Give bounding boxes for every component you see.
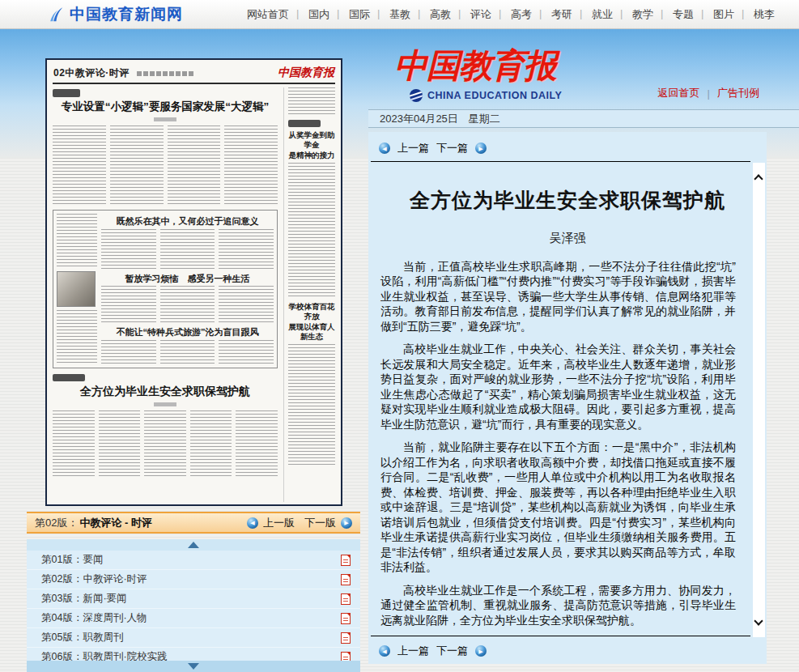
article-paragraph: 高校毕业生就业工作是一个系统工程，需要多方用力、协同发力，通过健全监管机制、重视… [380, 583, 736, 628]
fake-text-column [190, 410, 232, 478]
edition-item-number: 第04版： [41, 611, 83, 625]
edition-list-item[interactable]: 第01版： 要闻 [27, 551, 360, 570]
scroll-up-chevron-icon[interactable] [754, 174, 763, 183]
edition-name: 中教评论 - 时评 [79, 516, 152, 530]
fake-text-block [53, 125, 278, 205]
edition-item-name: 深度周刊·人物 [83, 611, 147, 625]
edition-list-item[interactable]: 第05版： 职教周刊 [27, 628, 360, 648]
newspaper-side-headline: 从奖学金到助学金 是精神的接力 [288, 130, 335, 160]
top-nav-item[interactable]: 高教 [420, 7, 461, 22]
pdf-icon[interactable] [341, 613, 351, 624]
next-page-link[interactable]: 下一版 [304, 516, 336, 530]
edition-list-panel: 第01版： 要闻 第02版： 中教评论·时评 第03版： 新闻·要闻 [27, 539, 360, 672]
edition-list-item[interactable]: 第02版： 中教评论·时评 [27, 570, 360, 589]
globe-icon [410, 89, 423, 102]
pdf-icon[interactable] [341, 593, 351, 605]
prev-article-orb-icon[interactable]: ◀ [379, 645, 390, 657]
newspaper-main-headline: 专业设置“小逻辑”要服务国家发展“大逻辑” [53, 100, 278, 114]
article-paragraph: 高校毕业生就业工作，中央关心、社会关注、群众关切，事关社会长远发展和大局安全稳定… [380, 342, 736, 432]
top-nav-item[interactable]: 高考 [501, 7, 542, 22]
top-nav-item[interactable]: 图片 [703, 7, 744, 22]
article-paragraph: 当前，正值高校毕业生求职高峰期，一些不法分子往往借此挖“坑”设陷，利用“高薪低门… [380, 259, 736, 334]
top-nav-item[interactable]: 国内 [299, 7, 339, 22]
divider [371, 161, 750, 162]
edition-item-name: 中教评论·时评 [83, 572, 147, 586]
next-article-link[interactable]: 下一篇 [436, 141, 468, 155]
fake-text-column [160, 286, 215, 325]
top-nav-item[interactable]: 教学 [623, 7, 663, 22]
scroll-down-chevron-icon[interactable] [754, 616, 763, 625]
edition-item-number: 第03版： [41, 592, 83, 606]
top-nav-item[interactable]: 考研 [542, 7, 582, 22]
edition-item-name: 新闻·要闻 [83, 592, 126, 606]
article-scrollbar[interactable] [753, 163, 765, 637]
fake-text-column [144, 410, 186, 478]
fake-text-column [288, 163, 335, 299]
edition-list-item[interactable]: 第04版： 深度周刊·人物 [27, 609, 360, 628]
pdf-icon[interactable] [341, 555, 351, 566]
newspaper-box-left-column [57, 214, 97, 364]
fake-text-column [224, 125, 278, 205]
prev-article-link[interactable]: 上一篇 [397, 644, 429, 658]
top-nav-item[interactable]: 基教 [380, 7, 420, 22]
next-article-link[interactable]: 下一篇 [436, 644, 468, 658]
edition-list-rows: 第01版： 要闻 第02版： 中教评论·时评 第03版： 新闻·要闻 [27, 551, 360, 672]
edition-item-number: 第02版： [41, 572, 83, 586]
top-nav-item[interactable]: 桃李 [744, 7, 784, 22]
pdf-icon[interactable] [341, 632, 351, 644]
fake-text-block [53, 410, 278, 478]
edition-list-scroll-down[interactable] [27, 661, 360, 672]
section-badge [53, 89, 80, 97]
edition-item-name: 要闻 [83, 553, 103, 567]
top-nav-item[interactable]: 就业 [582, 7, 623, 22]
newspaper-page-image[interactable]: 02中教评论·时评 中国教育报 专业设置“小逻辑”要服务国家发展“大逻辑” [45, 58, 342, 506]
newspaper-sub-headline: 不能让“特种兵式旅游”沦为盲目跟风 [101, 327, 274, 338]
separator: | [708, 87, 710, 100]
edition-bar: 第02版： 中教评论 - 时评 ◀ 上一版 下一版 ▶ [27, 512, 360, 534]
newspaper-box-right-column: 既然乐在其中，又何必过于追问意义 暂放学习烦恼 感受另一种生活 不能 [101, 214, 274, 364]
prev-article-orb-icon[interactable]: ◀ [379, 142, 390, 154]
fake-text-column [160, 229, 215, 271]
ad-rates-link[interactable]: 广告刊例 [717, 86, 759, 100]
pdf-icon[interactable] [341, 574, 351, 585]
newspaper-edition-header: 02中教评论·时评 [53, 67, 130, 79]
masthead-links: 返回首页 | 广告刊例 [658, 86, 759, 100]
top-nav-item[interactable]: 评论 [461, 7, 501, 22]
fake-text-column [53, 125, 106, 205]
next-article-orb-icon[interactable]: ▶ [475, 645, 487, 657]
top-nav-item[interactable]: 国际 [339, 7, 380, 22]
newspaper-masthead-script: 中国教育报 [278, 66, 334, 80]
fake-text-column [288, 87, 335, 115]
fake-text-block [101, 286, 274, 325]
fake-byline [154, 402, 176, 406]
return-home-link[interactable]: 返回首页 [658, 86, 700, 100]
newspaper-sub-headline: 既然乐在其中，又何必过于追问意义 [101, 216, 274, 228]
site-header: 中国教育新闻网 网站首页 国内 国际 基教 高教 评论 高考 考研 就业 [0, 0, 799, 29]
edition-list-item[interactable]: 第03版： 新闻·要闻 [27, 589, 360, 609]
fake-text-column [236, 410, 278, 478]
top-nav-item[interactable]: 专题 [663, 7, 703, 22]
fake-text-block [101, 229, 274, 271]
date-bar: 2023年04月25日 星期二 [368, 109, 799, 128]
section-badge [288, 120, 321, 127]
top-nav-item[interactable]: 网站首页 [237, 7, 299, 22]
next-article-orb-icon[interactable]: ▶ [475, 142, 487, 154]
article-body: 当前，正值高校毕业生求职高峰期，一些不法分子往往借此挖“坑”设陷，利用“高薪低门… [380, 259, 736, 628]
prev-page-link[interactable]: 上一版 [263, 516, 295, 530]
up-triangle-icon [188, 542, 199, 548]
article-author: 吴泽强 [368, 231, 767, 246]
down-triangle-icon [188, 663, 199, 670]
article-title: 全方位为毕业生安全求职保驾护航 [396, 188, 739, 215]
fake-text-column [57, 310, 97, 364]
newspaper-side-column: 从奖学金到助学金 是精神的接力 学校体育百花齐放 展现以体育人新生态 [283, 87, 335, 502]
prev-page-orb-icon[interactable]: ◀ [247, 517, 258, 529]
fake-text-column [101, 340, 156, 364]
next-page-orb-icon[interactable]: ▶ [341, 517, 352, 529]
newspaper-page-content: 专业设置“小逻辑”要服务国家发展“大逻辑” 既然乐在其中，又何必过于追问 [53, 84, 335, 502]
site-logo[interactable]: 中国教育新闻网 [47, 4, 183, 25]
newspaper-boxed-section: 既然乐在其中，又何必过于追问意义 暂放学习烦恼 感受另一种生活 不能 [53, 210, 278, 368]
edition-list-scroll-up[interactable] [27, 539, 360, 551]
prev-article-link[interactable]: 上一篇 [397, 141, 429, 155]
page: 中国教育新闻网 网站首页 国内 国际 基教 高教 评论 高考 考研 就业 [0, 0, 799, 672]
newspaper-masthead: 中国教育报 [394, 44, 556, 88]
